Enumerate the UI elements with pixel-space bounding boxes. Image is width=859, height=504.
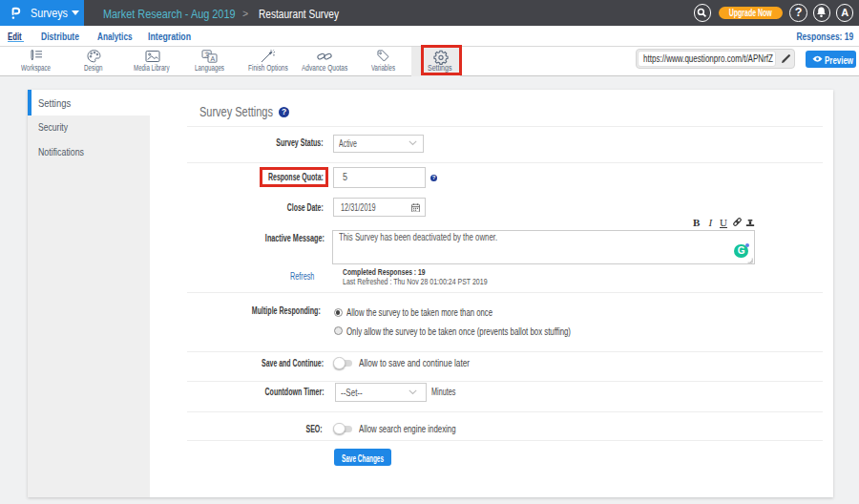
svg-text:文: 文 xyxy=(204,50,210,56)
svg-text:A: A xyxy=(211,54,216,61)
